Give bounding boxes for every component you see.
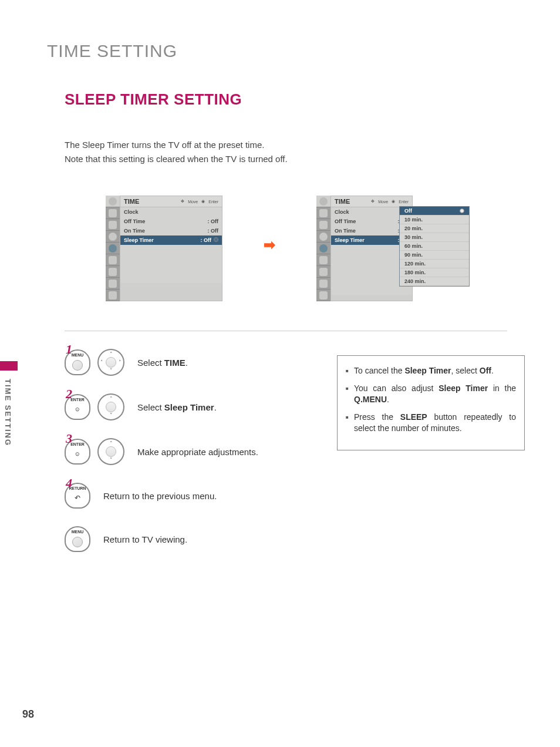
- dropdown-option: 20 min.: [400, 224, 469, 233]
- step-number: 4: [66, 476, 72, 491]
- radio-selected-icon: [460, 208, 464, 213]
- menu-header-title: TIME: [335, 198, 350, 205]
- menu-icon: [316, 231, 330, 243]
- step-number: 3: [66, 431, 72, 446]
- step-number: 2: [66, 386, 72, 402]
- dropdown-option: 90 min.: [400, 251, 469, 260]
- menu-icon-column: [316, 196, 330, 301]
- menu-body-left: TIME ✥Move ◉Enter Clock Off Time: Off On…: [120, 196, 222, 301]
- menu-icon: [106, 243, 120, 254]
- note-item: Press the SLEEP button repeatedly to sel…: [346, 412, 516, 435]
- dropdown-option: 240 min.: [400, 277, 469, 286]
- menu-icon: [106, 207, 120, 219]
- menu-screenshots-row: TIME ✥Move ◉Enter Clock Off Time: Off On…: [106, 196, 525, 301]
- dropdown-option: 10 min.: [400, 216, 469, 224]
- dropdown-option: 120 min.: [400, 260, 469, 268]
- menu-row-ontime: On Time: Off: [120, 226, 222, 235]
- step-text: Return to the previous menu.: [103, 491, 217, 501]
- note-item: You can also adjust Sleep Timer in the Q…: [346, 383, 516, 406]
- page-title: TIME SETTING: [47, 41, 525, 61]
- menu-icon-column: [106, 196, 120, 301]
- note-item: To cancel the Sleep Timer, select Off.: [346, 365, 516, 377]
- menu-row-offtime: Off Time: Off: [120, 217, 222, 226]
- menu-icon: [316, 254, 330, 266]
- menu-icon: [316, 219, 330, 231]
- step-number: 1: [66, 342, 72, 357]
- side-tab-bar: [0, 361, 18, 371]
- menu-row-clock: Clock: [120, 207, 222, 217]
- menu-icon: [316, 207, 330, 219]
- menu-icon: [106, 266, 120, 278]
- remote-dpad-vertical-icon: ˄˅ ˂˃: [97, 438, 124, 465]
- remote-dpad-vertical-icon: ˄˅ ˂˃: [97, 393, 124, 420]
- radio-selected-icon: [214, 237, 218, 242]
- menu-row-sleeptimer-selected: Sleep Timer : Off: [120, 235, 222, 245]
- intro-line-2: Note that this setting is cleared when t…: [65, 152, 525, 166]
- remote-menu-button-icon: MENU: [65, 526, 90, 552]
- menu-header-help: ✥Move ◉Enter: [371, 199, 409, 204]
- arrow-right-icon: ➡: [264, 237, 275, 253]
- dropdown-option: 60 min.: [400, 242, 469, 251]
- menu-header-help: ✥Move ◉Enter: [181, 199, 218, 204]
- dropdown-option-off-selected: Off: [400, 207, 469, 216]
- step-4: 4 RETURN ↶ Return to the previous menu.: [65, 483, 525, 509]
- page-subtitle: SLEEP TIMER SETTING: [65, 90, 525, 109]
- menu-icon-time: [106, 196, 120, 207]
- sleep-timer-dropdown: Off 10 min. 20 min. 30 min. 60 min. 90 m…: [399, 206, 470, 287]
- menu-icon: [316, 266, 330, 278]
- menu-icon: [316, 243, 330, 254]
- menu-header: TIME ✥Move ◉Enter: [120, 196, 222, 207]
- notes-box: To cancel the Sleep Timer, select Off. Y…: [337, 355, 525, 450]
- tv-menu-right: TIME ✥Move ◉Enter Clock Off Time: Off On…: [316, 196, 413, 301]
- divider: [65, 331, 507, 331]
- step-text: Select Sleep Timer.: [137, 402, 217, 412]
- step-text: Make appropriate adjustments.: [137, 447, 258, 457]
- menu-icon: [106, 290, 120, 301]
- page-number: 98: [22, 708, 34, 721]
- intro-line-1: The Sleep Timer turns the TV off at the …: [65, 138, 525, 152]
- tv-menu-left: TIME ✥Move ◉Enter Clock Off Time: Off On…: [106, 196, 222, 301]
- menu-icon: [106, 278, 120, 290]
- dropdown-option: 30 min.: [400, 233, 469, 242]
- menu-icon-time: [316, 196, 330, 207]
- dropdown-option: 180 min.: [400, 268, 469, 277]
- side-tab-label: TIME SETTING: [0, 371, 16, 455]
- menu-header-title: TIME: [124, 198, 139, 205]
- step-text: Select TIME.: [137, 358, 188, 368]
- step-5: MENU Return to TV viewing.: [65, 526, 525, 552]
- remote-dpad-icon: ˄˅ ˂˃: [97, 349, 124, 376]
- menu-icon: [106, 231, 120, 243]
- side-tab: TIME SETTING: [0, 361, 18, 461]
- menu-icon: [106, 254, 120, 266]
- step-text: Return to TV viewing.: [103, 534, 187, 544]
- menu-icon: [316, 290, 330, 301]
- menu-icon: [106, 219, 120, 231]
- intro-text: The Sleep Timer turns the TV off at the …: [65, 138, 525, 166]
- menu-icon: [316, 278, 330, 290]
